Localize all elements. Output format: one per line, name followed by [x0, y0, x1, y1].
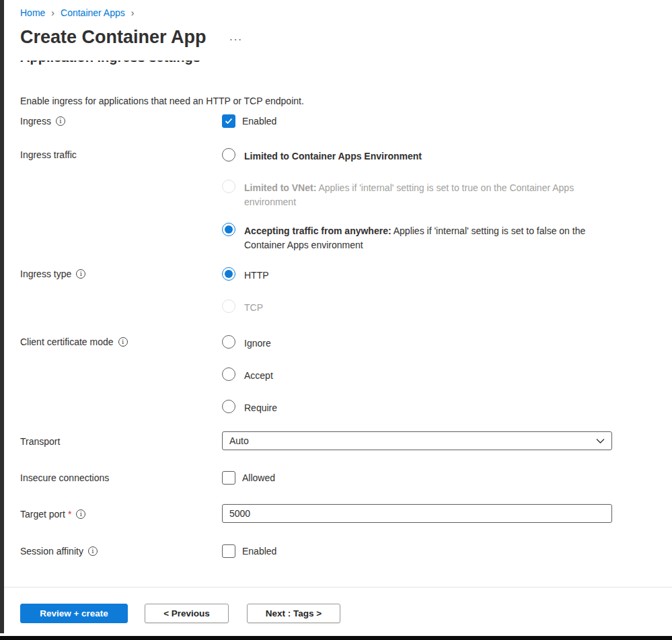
session-affinity-control: Enabled	[222, 544, 612, 561]
previous-button[interactable]: < Previous	[145, 604, 229, 623]
client-certificate-mode-control: Ignore Accept Require	[222, 335, 612, 415]
info-icon[interactable]: i	[88, 546, 98, 556]
ingress-type-control: HTTP TCP	[222, 267, 612, 315]
radio-disabled-icon	[222, 299, 235, 313]
field-row-ingress: Ingress i Enabled	[20, 114, 612, 128]
window-left-edge	[0, 0, 4, 633]
breadcrumb-separator-icon: ›	[51, 7, 54, 18]
radio-option-text: Ignore	[244, 335, 271, 351]
field-row-target-port: Target port * i	[20, 504, 612, 523]
field-row-session-affinity: Session affinity i Enabled	[20, 544, 612, 561]
info-icon[interactable]: i	[76, 269, 85, 279]
info-icon[interactable]: i	[118, 337, 128, 347]
radio-ignore[interactable]: Ignore	[222, 335, 612, 351]
checkbox-label: Enabled	[242, 544, 276, 558]
ingress-traffic-label: Ingress traffic	[20, 148, 222, 162]
info-icon[interactable]: i	[56, 116, 65, 126]
radio-http[interactable]: HTTP	[222, 267, 612, 283]
radio-selected-icon	[222, 267, 235, 281]
transport-label: Transport	[20, 431, 222, 448]
target-port-control	[222, 504, 612, 523]
ingress-label: Ingress i	[20, 114, 222, 128]
breadcrumb-separator-icon: ›	[131, 7, 135, 18]
section-heading: Application ingress settings	[20, 61, 357, 65]
radio-option-text: Require	[244, 400, 277, 415]
target-port-label-text: Target port	[20, 507, 65, 521]
checkbox-checked-icon	[222, 114, 235, 128]
radio-disabled-icon	[222, 180, 235, 193]
transport-label-text: Transport	[20, 435, 60, 448]
field-row-ingress-traffic: Ingress traffic Limited to Container App…	[20, 148, 612, 266]
radio-option-text: HTTP	[244, 267, 269, 283]
radio-option-text: Accept	[244, 367, 273, 383]
checkbox-label: Allowed	[242, 471, 275, 485]
radio-option-text: Accepting traffic from anywhere: Applies…	[244, 223, 612, 252]
checkbox-unchecked-icon	[222, 471, 235, 485]
radio-unselected-icon	[222, 400, 235, 413]
radio-require[interactable]: Require	[222, 400, 612, 415]
radio-limited-to-vnet: Limited to VNet: Applies if 'internal' s…	[222, 180, 612, 209]
session-affinity-label: Session affinity i	[20, 544, 222, 558]
radio-option-text: Limited to Container Apps Environment	[244, 148, 422, 164]
field-row-transport: Transport Auto	[20, 431, 612, 450]
insecure-connections-label: Insecure connections	[20, 471, 222, 485]
chevron-down-icon	[596, 438, 605, 444]
ingress-enabled-checkbox[interactable]: Enabled	[222, 114, 276, 128]
info-icon[interactable]: i	[76, 509, 85, 519]
radio-accepting-traffic-anywhere[interactable]: Accepting traffic from anywhere: Applies…	[222, 223, 612, 252]
client-certificate-mode-label: Client certificate mode i	[20, 335, 222, 349]
next-tags-button[interactable]: Next : Tags >	[247, 604, 340, 623]
radio-unselected-icon	[222, 148, 235, 162]
ingress-traffic-control: Limited to Container Apps Environment Li…	[222, 148, 612, 266]
radio-option-text: Limited to VNet: Applies if 'internal' s…	[244, 180, 612, 209]
window-bottom-edge	[0, 636, 672, 640]
transport-control: Auto	[222, 431, 612, 450]
target-port-label: Target port * i	[20, 504, 222, 521]
footer-divider	[4, 587, 672, 588]
breadcrumb-container-apps-link[interactable]: Container Apps	[61, 7, 125, 18]
radio-unselected-icon	[222, 335, 235, 349]
footer-actions: Review + create < Previous Next : Tags >	[20, 604, 340, 623]
field-row-client-certificate-mode: Client certificate mode i Ignore Accept …	[20, 335, 612, 415]
radio-tcp: TCP	[222, 299, 612, 315]
insecure-connections-checkbox[interactable]: Allowed	[222, 471, 275, 485]
radio-unselected-icon	[222, 367, 235, 381]
more-options-icon[interactable]: ···	[229, 30, 243, 45]
transport-selected-value: Auto	[229, 435, 249, 446]
insecure-connections-label-text: Insecure connections	[20, 471, 109, 485]
page-title: Create Container App	[20, 27, 207, 48]
breadcrumb: Home › Container Apps ›	[20, 7, 134, 18]
radio-option-bold: Limited to Container Apps Environment	[244, 151, 422, 162]
radio-option-bold: Limited to VNet:	[244, 182, 316, 193]
field-row-ingress-type: Ingress type i HTTP TCP	[20, 267, 612, 315]
required-asterisk: *	[68, 507, 71, 521]
window-bottom-left-corner	[4, 625, 17, 636]
target-port-input[interactable]	[222, 504, 612, 523]
radio-selected-icon	[222, 223, 235, 236]
checkbox-label: Enabled	[242, 114, 276, 128]
field-row-insecure-connections: Insecure connections Allowed	[20, 471, 612, 487]
insecure-connections-control: Allowed	[222, 471, 612, 487]
transport-select[interactable]: Auto	[222, 431, 612, 450]
session-affinity-checkbox[interactable]: Enabled	[222, 544, 276, 558]
breadcrumb-home-link[interactable]: Home	[20, 7, 45, 18]
ingress-type-label: Ingress type i	[20, 267, 222, 281]
radio-limited-to-environment[interactable]: Limited to Container Apps Environment	[222, 148, 612, 164]
section-description: Enable ingress for applications that nee…	[20, 96, 304, 106]
ingress-label-text: Ingress	[20, 114, 51, 128]
client-certificate-mode-label-text: Client certificate mode	[20, 335, 114, 349]
ingress-control: Enabled	[222, 114, 612, 128]
section-heading-clip: Application ingress settings	[20, 61, 357, 70]
ingress-traffic-label-text: Ingress traffic	[20, 148, 77, 162]
radio-option-bold: Accepting traffic from anywhere:	[244, 225, 391, 236]
create-container-app-page: Home › Container Apps › Create Container…	[0, 0, 672, 640]
radio-accept[interactable]: Accept	[222, 367, 612, 383]
ingress-type-label-text: Ingress type	[20, 267, 71, 281]
radio-option-text: TCP	[244, 299, 263, 315]
title-row: Create Container App ···	[20, 27, 243, 48]
session-affinity-label-text: Session affinity	[20, 544, 83, 558]
checkbox-unchecked-icon	[222, 544, 235, 558]
review-create-button[interactable]: Review + create	[20, 604, 128, 623]
